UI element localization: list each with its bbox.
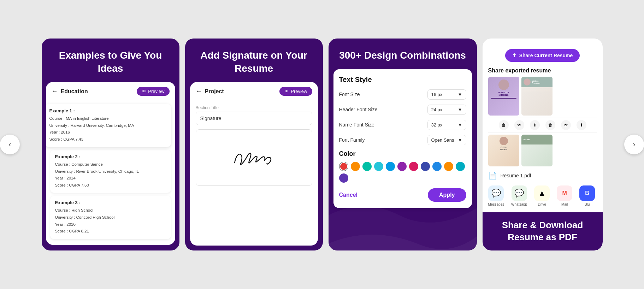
app-drive-label: Drive bbox=[538, 202, 546, 206]
app-messages[interactable]: 💬 Messages bbox=[488, 185, 504, 206]
color-dot-orange[interactable] bbox=[351, 162, 360, 171]
header-font-size-label: Header Font Size bbox=[339, 107, 378, 112]
style-panel: Text Style Font Size 16 px ▼ Header Font… bbox=[333, 69, 472, 208]
app-drive[interactable]: ▲ Drive bbox=[534, 185, 550, 206]
prev-arrow-icon: ‹ bbox=[8, 140, 11, 149]
example2-course: Course : Computer Sience bbox=[55, 161, 166, 168]
example2-year: Year : 2014 bbox=[55, 175, 166, 182]
color-dot-lightblue[interactable] bbox=[432, 162, 442, 171]
example3-title: Example 3 : bbox=[55, 200, 166, 205]
share-button-label: Share Current Resume bbox=[519, 53, 573, 58]
card2-eye-icon: 👁 bbox=[284, 89, 289, 94]
apply-button[interactable]: Apply bbox=[428, 188, 466, 202]
card1-title: Examples to Give You Ideas bbox=[42, 39, 179, 82]
font-size-label: Font Size bbox=[339, 92, 360, 97]
card3-title: 300+ Design Combinations bbox=[329, 39, 477, 69]
other-app-icon: B bbox=[579, 185, 595, 201]
font-size-select[interactable]: 16 px ▼ bbox=[427, 89, 466, 100]
resume-thumb-4: Rachel bbox=[521, 135, 553, 166]
name-font-size-select[interactable]: 32 px ▼ bbox=[427, 120, 466, 130]
color-dot-blue[interactable] bbox=[386, 162, 395, 171]
card1-header-title: Education bbox=[61, 88, 88, 95]
panel-buttons: Cancel Apply bbox=[339, 188, 466, 202]
card2-header-title: Project bbox=[205, 88, 224, 95]
color-dot-teal[interactable] bbox=[362, 162, 372, 171]
section-title-value: Signature bbox=[200, 116, 221, 121]
name-font-size-row: Name Font Size 32 px ▼ bbox=[339, 120, 466, 130]
example2-title: Example 2 : bbox=[55, 154, 166, 159]
pdf-icon: 📄 bbox=[488, 171, 497, 180]
color-dot-deeppurple[interactable] bbox=[339, 173, 348, 183]
action-delete2-icon[interactable]: 🗑 bbox=[545, 120, 555, 130]
card-design: 300+ Design Combinations Text Style Font… bbox=[329, 39, 477, 250]
card-signature: Add Signature on Your Resume ← Project 👁… bbox=[185, 39, 323, 250]
card1-phone-header: ← Education 👁 Preview bbox=[46, 82, 175, 101]
share-bottom-title: Share & Download Resume as PDF bbox=[490, 219, 596, 243]
color-dot-cyan[interactable] bbox=[374, 162, 383, 171]
header-font-size-select[interactable]: 24 px ▼ bbox=[427, 105, 466, 115]
font-size-value: 16 px bbox=[431, 92, 443, 97]
next-arrow-button[interactable]: › bbox=[624, 135, 644, 154]
card2-title: Add Signature on Your Resume bbox=[185, 39, 323, 82]
example3-year: Year : 2010 bbox=[55, 221, 166, 228]
font-family-row: Font Family Open Sans ▼ bbox=[339, 135, 466, 145]
header-font-size-value: 24 px bbox=[431, 107, 443, 112]
example1-score: Score : CGPA 7.43 bbox=[49, 136, 166, 143]
cancel-button[interactable]: Cancel bbox=[339, 192, 358, 198]
action-eye-icon[interactable]: 👁 bbox=[514, 120, 524, 130]
color-dots bbox=[339, 162, 466, 183]
cards-wrapper: Examples to Give You Ideas ← Education 👁… bbox=[20, 28, 624, 261]
share-bottom-section: Share & Download Resume as PDF bbox=[483, 212, 603, 250]
font-size-row: Font Size 16 px ▼ bbox=[339, 89, 466, 100]
font-family-select[interactable]: Open Sans ▼ bbox=[427, 135, 466, 145]
app-whatsapp[interactable]: 💬 Whatsapp bbox=[511, 185, 527, 206]
card1-preview-btn[interactable]: 👁 Preview bbox=[137, 87, 169, 96]
action-share-icon[interactable]: ⬆ bbox=[530, 120, 540, 130]
pdf-file-row: 📄 Resume 1.pdf bbox=[483, 169, 603, 183]
next-arrow-icon: › bbox=[633, 140, 635, 149]
example1-course: Course : MA in English Literature bbox=[49, 115, 166, 122]
example3-university: University : Concord High School bbox=[55, 214, 166, 221]
app-mail[interactable]: M Mail bbox=[557, 185, 572, 206]
name-font-size-value: 32 px bbox=[431, 122, 443, 128]
font-family-chevron: ▼ bbox=[458, 137, 462, 143]
app-other-label: Blu bbox=[585, 202, 590, 206]
color-dot-pink[interactable] bbox=[409, 162, 418, 171]
pdf-name: Resume 1.pdf bbox=[501, 173, 531, 178]
resume-thumb-2: MarianaAnderson bbox=[521, 77, 553, 116]
action-delete-icon[interactable]: 🗑 bbox=[499, 120, 509, 130]
color-dot-red[interactable] bbox=[339, 162, 348, 171]
drive-icon: ▲ bbox=[534, 185, 550, 201]
card1-header-left: ← Education bbox=[52, 88, 88, 95]
font-size-chevron: ▼ bbox=[458, 92, 462, 97]
app-whatsapp-label: Whatsapp bbox=[511, 202, 527, 206]
font-family-value: Open Sans bbox=[431, 137, 454, 143]
example1-university: University : Harvard University, Cambrid… bbox=[49, 122, 166, 129]
font-family-label: Font Family bbox=[339, 137, 365, 143]
action-share2-icon[interactable]: ⬆ bbox=[577, 120, 586, 130]
app-messages-label: Messages bbox=[488, 202, 504, 206]
app-mail-label: Mail bbox=[561, 202, 568, 206]
header-font-size-row: Header Font Size 24 px ▼ bbox=[339, 105, 466, 115]
card2-preview-label: Preview bbox=[291, 89, 307, 94]
share-exported-label: Share exported resume bbox=[483, 67, 603, 77]
action-eye2-icon[interactable]: 👁 bbox=[561, 120, 571, 130]
card2-preview-btn[interactable]: 👁 Preview bbox=[279, 87, 312, 96]
name-font-size-chevron: ▼ bbox=[458, 122, 462, 128]
whatsapp-icon: 💬 bbox=[512, 185, 527, 201]
header-font-size-chevron: ▼ bbox=[458, 107, 462, 112]
app-other[interactable]: B Blu bbox=[579, 185, 595, 206]
color-section-title: Color bbox=[339, 150, 466, 158]
card-share: ⬆ Share Current Resume Share exported re… bbox=[483, 39, 603, 250]
color-dot-purple[interactable] bbox=[397, 162, 407, 171]
signature-area[interactable] bbox=[196, 129, 312, 186]
prev-arrow-button[interactable]: ‹ bbox=[0, 135, 20, 154]
color-dot-teal2[interactable] bbox=[456, 162, 465, 171]
name-font-size-label: Name Font Size bbox=[339, 122, 374, 128]
section-title-label: Section Title bbox=[190, 101, 318, 112]
section-title-input[interactable]: Signature bbox=[196, 112, 312, 125]
app-icons-row: 💬 Messages 💬 Whatsapp ▲ Drive M Mail bbox=[483, 183, 603, 211]
color-dot-amber[interactable] bbox=[444, 162, 453, 171]
color-dot-indigo[interactable] bbox=[421, 162, 430, 171]
share-current-resume-button[interactable]: ⬆ Share Current Resume bbox=[505, 49, 580, 62]
